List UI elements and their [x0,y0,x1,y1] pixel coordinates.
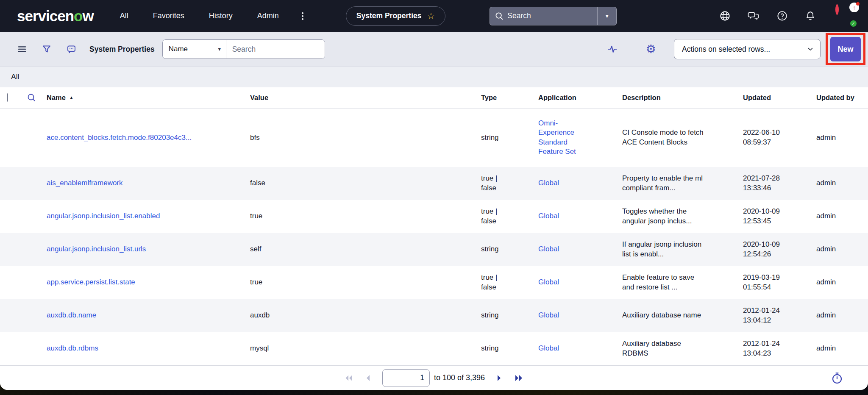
column-header-value[interactable]: Value [250,87,481,108]
updated-by-cell: admin [816,332,868,365]
logo-green-o: o [74,8,82,24]
pinned-tab-system-properties[interactable]: System Properties ☆ [346,6,446,26]
property-name-link[interactable]: app.service.persist.list.state [47,278,135,286]
global-search: ▼ [490,7,617,25]
list-refresh-timer-icon[interactable] [831,372,843,384]
table-row: app.service.persist.list.state true true… [0,266,868,299]
application-link[interactable]: Global [538,179,559,187]
updated-cell: 2021-07-28 13:33:46 [743,167,816,200]
column-header-description[interactable]: Description [622,87,743,108]
table-row: auxdb.db.rdbms mysql string Global Auxil… [0,332,868,365]
updated-by-cell: admin [816,299,868,332]
sort-asc-icon: ▲ [69,95,74,100]
user-avatar[interactable]: ↑ ✓ [835,6,855,26]
new-button[interactable]: New [830,37,861,61]
breadcrumb-bar: All [0,67,868,87]
application-link[interactable]: Global [538,245,559,253]
updated-by-cell: admin [816,167,868,200]
primary-nav: All Favorites History Admin [120,11,279,20]
page-number-input[interactable] [382,369,430,387]
property-name-link[interactable]: angular.jsonp.inclusion_list.enabled [47,212,160,220]
help-icon[interactable] [776,10,788,22]
notifications-bell-icon[interactable] [805,10,816,22]
favorite-star-icon[interactable]: ☆ [427,11,435,20]
updated-cell: 2022-06-10 08:59:37 [743,108,816,167]
select-all-checkbox[interactable] [7,93,8,102]
toolbar-right: ⚙ Actions on selected rows... New [607,33,865,65]
global-search-input[interactable] [507,11,597,20]
first-page-button[interactable] [344,374,353,382]
column-search-cell [24,87,47,108]
table-row: ais_enablemlframework false true | false… [0,167,868,200]
column-header-name[interactable]: Name▲ [47,87,250,108]
activity-pulse-icon[interactable] [607,44,618,55]
description-cell: Auxiliary database name [622,299,743,332]
column-header-type[interactable]: Type [481,87,538,108]
nav-item-favorites[interactable]: Favorites [153,11,184,20]
actions-dropdown[interactable]: Actions on selected rows... [674,39,821,59]
previous-page-button[interactable] [364,374,371,382]
servicenow-logo[interactable]: servicenow [17,8,94,25]
property-name-link[interactable]: auxdb.db.rdbms [47,344,98,352]
last-page-button[interactable] [514,374,524,382]
filter-funnel-icon[interactable] [42,44,52,54]
search-field-selector[interactable]: Name ▾ [163,40,226,58]
updated-by-cell: admin [816,108,868,167]
application-link[interactable]: Global [538,212,559,220]
row-range-text: to 100 of 3,396 [434,373,485,382]
updated-cell: 2012-01-24 13:04:23 [743,332,816,365]
property-name-link[interactable]: ais_enablemlframework [47,179,123,187]
updated-by-cell: admin [816,266,868,299]
table-row: ace.content_blocks.fetch.mode.f80203e4c3… [0,108,868,167]
application-link[interactable]: Global [538,344,559,352]
next-page-button[interactable] [496,374,503,382]
column-header-updated[interactable]: Updated [743,87,816,108]
nav-item-all[interactable]: All [120,11,128,20]
value-cell: true [250,266,481,299]
list-menu-icon[interactable] [17,44,27,54]
type-cell: true | false [481,167,538,200]
property-name-link[interactable]: auxdb.db.name [47,311,96,319]
table-row: angular.jsonp.inclusion_list.enabled tru… [0,200,868,233]
property-name-link[interactable]: ace.content_blocks.fetch.mode.f80203e4c3… [47,134,192,142]
logo-text: servicen [17,8,74,24]
notification-dot [856,2,860,6]
application-link[interactable]: Global [538,278,559,286]
chevron-down-icon [807,45,814,53]
search-scope-caret[interactable]: ▼ [598,7,616,25]
list-footer: to 100 of 3,396 [0,365,868,390]
application-link[interactable]: Omni-Experience Standard Feature Set [538,119,576,156]
application-link[interactable]: Global [538,311,559,319]
table-row: auxdb.db.name auxdb string Global Auxili… [0,299,868,332]
updated-cell: 2020-10-09 12:54:26 [743,233,816,266]
breadcrumb[interactable]: All [11,72,19,81]
type-cell: string [481,299,538,332]
column-header-updated-by[interactable]: Updated by [816,87,868,108]
description-cell: Enable feature to save and restore list … [622,266,743,299]
column-search-icon[interactable] [27,93,36,102]
logo-text-end: w [82,8,93,24]
property-name-link[interactable]: angular.jsonp.inclusion_list.urls [47,245,146,253]
updated-by-cell: admin [816,200,868,233]
chat-icon[interactable] [748,11,760,22]
comment-bubble-icon[interactable] [66,44,77,54]
description-cell: CI Console mode to fetch ACE Content Blo… [622,108,743,167]
updated-cell: 2020-10-09 12:53:45 [743,200,816,233]
nav-item-admin[interactable]: Admin [257,11,279,20]
nav-item-history[interactable]: History [209,11,233,20]
value-cell: bfs [250,108,481,167]
description-cell: If angular jsonp inclusion list is enabl… [622,233,743,266]
description-cell: Auxiliary database RDBMS [622,332,743,365]
page-indicator: to 100 of 3,396 [382,369,485,387]
type-cell: string [481,332,538,365]
list-title: System Properties [89,45,155,54]
list-settings-gear-icon[interactable]: ⚙ [646,44,656,55]
column-header-application[interactable]: Application [538,87,622,108]
globe-icon[interactable] [719,10,731,22]
value-cell: mysql [250,332,481,365]
value-cell: true [250,200,481,233]
value-cell: self [250,233,481,266]
list-search-input[interactable] [226,40,325,58]
avatar-photo [835,4,839,15]
more-menu-icon[interactable] [298,11,307,21]
